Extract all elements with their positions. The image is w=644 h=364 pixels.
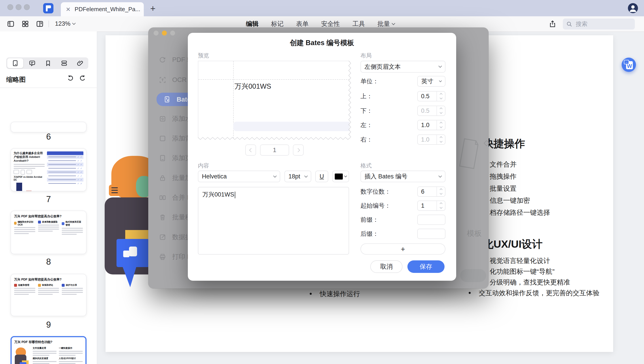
undo-icon[interactable] — [67, 74, 74, 82]
highlight-bar — [233, 122, 349, 131]
thumbnail-page-6[interactable] — [11, 122, 87, 132]
tab-markup[interactable]: 标记 — [271, 20, 284, 28]
font-size-select[interactable]: 18pt — [284, 170, 311, 182]
margin-left-stepper[interactable]: 1.0 — [417, 120, 446, 130]
thumbnail-page-7[interactable]: 为什么越来越多企业用户纷纷弃用 Adobe® Acrobat®? 万兴PDF v… — [11, 148, 87, 192]
batch-nav-encrypt[interactable]: 批量加 — [159, 174, 192, 182]
unit-select[interactable]: 英寸 — [417, 76, 446, 87]
account-avatar[interactable] — [628, 3, 638, 13]
bookmark-icon — [45, 60, 52, 67]
tab-tools[interactable]: 工具 — [352, 20, 365, 28]
content-section-label: 内容 — [198, 162, 209, 169]
start-number-row: 起始编号： 1 — [360, 200, 446, 211]
position-select[interactable]: 左侧页眉文本 — [360, 61, 446, 72]
close-window-button[interactable] — [7, 4, 13, 10]
pdfelement-logo-icon — [43, 3, 54, 14]
doc-item: 视觉语言轻量化设计 — [490, 256, 550, 266]
batch-nav-remove[interactable]: 批量移 — [159, 213, 192, 222]
start-number-stepper[interactable]: 1 — [417, 200, 446, 211]
font-color-select[interactable] — [332, 170, 349, 182]
person-icon — [628, 3, 638, 13]
thumbnail-page-10-selected[interactable]: 万兴 PDF 有哪些特色功能? 文件批量处理 超快的反应速度 一键快捷操作 — [11, 336, 87, 364]
font-family-select[interactable]: Helvetica — [198, 170, 280, 182]
grid-view-icon[interactable] — [21, 20, 29, 28]
convert-to-word-button[interactable]: W → — [622, 58, 636, 72]
unit-label: 单位： — [360, 77, 379, 85]
merge-icon — [159, 194, 166, 202]
tab-title: PDFelement_White_Pa... — [75, 6, 140, 13]
thumbnail-page-8[interactable]: 万兴 PDF 如何帮您提高办公效率? 编辑和光学识别OCR 表单和数据提取 格式… — [11, 210, 87, 254]
margin-top-row: 上： 0.5 — [360, 91, 446, 102]
thumb-heading: 万兴 PDF 有哪些特色功能? — [14, 340, 83, 344]
thumbnail-icon — [12, 60, 19, 67]
panel-tab-fields[interactable] — [56, 58, 72, 69]
thumb-heading: 为什么越来越多企业用户纷纷弃用 Adobe® Acrobat®? — [14, 152, 45, 163]
printer-icon — [159, 253, 166, 260]
panel-tab-attachments[interactable] — [72, 58, 88, 69]
thumb-heading: 万兴 PDF 如何帮您提高办公效率? — [14, 277, 83, 281]
doc-item: 快速操作运行 — [310, 290, 360, 298]
batch-nav-background[interactable]: 添加背 — [159, 134, 192, 143]
tab-batch[interactable]: 批量 — [377, 20, 395, 28]
lock-icon — [159, 174, 166, 182]
sparkle-icon: ◇ — [484, 138, 490, 147]
add-format-button[interactable]: + — [360, 244, 446, 254]
search-input[interactable] — [575, 20, 625, 28]
panel-tab-thumbnails[interactable] — [7, 58, 23, 68]
new-tab-button[interactable]: + — [150, 4, 155, 14]
thumb-subheading: 万兴PDF vs Adobe Acrobat DC — [14, 176, 45, 181]
bates-preview: 万兴001WS — [198, 61, 349, 138]
batch-nav-data-extract[interactable]: 数据提 — [159, 233, 192, 242]
batch-nav-watermark[interactable]: 添加水 — [159, 114, 192, 123]
watermark-icon — [159, 115, 166, 122]
save-button[interactable]: 保存 — [407, 260, 445, 273]
cancel-button[interactable]: 取消 — [370, 260, 402, 273]
next-page-button[interactable] — [293, 144, 304, 156]
margin-top-stepper[interactable]: 0.5 — [417, 91, 446, 102]
divider — [0, 88, 97, 88]
text-caret — [235, 192, 236, 198]
tab-security[interactable]: 安全性 — [321, 20, 340, 28]
batch-nav-page-number[interactable]: 添加页 — [159, 154, 192, 162]
page-view-icon[interactable] — [36, 20, 44, 28]
trash-icon — [159, 214, 166, 221]
dialog-title: 创建 Bates 编号模板 — [188, 38, 456, 48]
minimize-dialog-button[interactable] — [162, 30, 167, 36]
close-dialog-button[interactable] — [154, 30, 158, 36]
preview-page-input[interactable]: 1 — [260, 144, 289, 156]
document-tab[interactable]: ✕ PDFelement_White_Pa... — [61, 2, 144, 16]
chevron-right-icon — [296, 148, 300, 152]
suffix-input[interactable] — [417, 229, 446, 239]
chevron-left-icon — [249, 148, 253, 152]
bates-text-input[interactable]: 万兴001WS — [198, 187, 349, 254]
search-box[interactable] — [563, 18, 635, 30]
thumbnail-page-9[interactable]: 万兴 PDF 如何帮您提高办公效率? 创建和管理 审阅和评论 保护与分享 — [11, 274, 87, 316]
chevron-down-icon — [344, 174, 347, 177]
tab-forms[interactable]: 表单 — [296, 20, 309, 28]
share-icon[interactable] — [549, 20, 557, 28]
search-icon — [566, 21, 573, 28]
batch-nav-merge[interactable]: 合并 P — [159, 193, 191, 202]
panel-tab-comments[interactable] — [24, 58, 40, 69]
tab-close-icon[interactable]: ✕ — [66, 6, 71, 12]
chevron-down-icon — [273, 174, 277, 178]
tab-bar: ✕ PDFelement_White_Pa... + — [0, 0, 644, 16]
zoom-window-button[interactable] — [24, 4, 30, 10]
app-window: ✕ PDFelement_White_Pa... + 123% 编辑 标记 表单 — [0, 0, 644, 364]
prefix-input[interactable] — [417, 214, 446, 225]
insert-bates-select[interactable]: 插入 Bates 编号 — [360, 170, 446, 182]
panel-tab-bookmarks[interactable] — [40, 58, 56, 69]
page-number: 6 — [11, 132, 87, 142]
batch-nav-print[interactable]: 打印 P — [159, 252, 191, 261]
doc-item: 拖拽操作 — [490, 172, 517, 181]
sidebar-toggle-icon[interactable] — [7, 20, 15, 28]
redo-icon[interactable] — [79, 74, 86, 82]
digits-stepper[interactable]: 6 — [417, 186, 446, 197]
zoom-level-control[interactable]: 123% — [55, 20, 75, 27]
prev-page-button[interactable] — [245, 144, 256, 156]
zoom-dialog-button[interactable] — [170, 30, 175, 36]
minimize-window-button[interactable] — [16, 4, 22, 10]
create-bates-template-dialog: 创建 Bates 编号模板 预览 万兴001WS 1 内容 Helvetica … — [188, 33, 456, 281]
underline-button[interactable]: U — [315, 170, 328, 182]
tab-edit[interactable]: 编辑 — [246, 20, 259, 28]
